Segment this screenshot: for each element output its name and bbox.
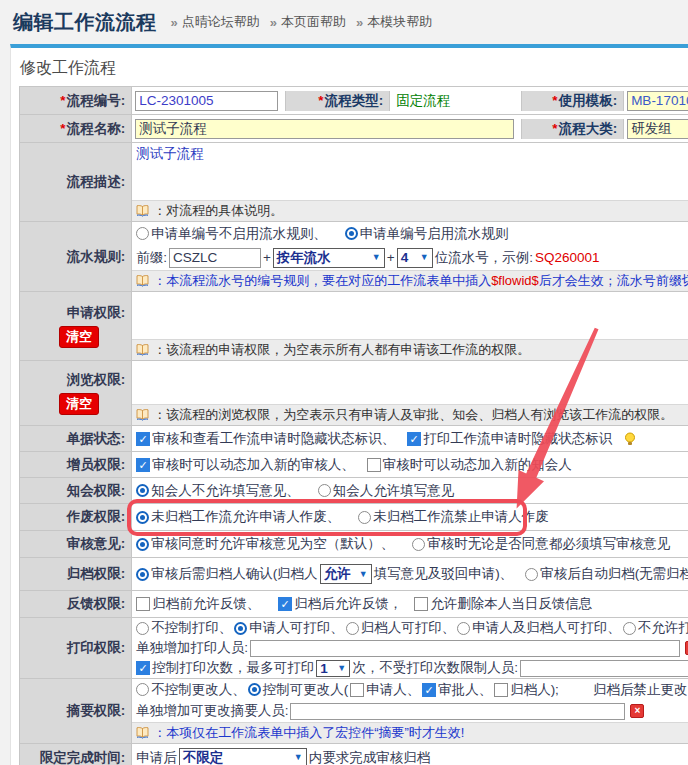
summary-lock-label: 归档后禁止更改 [593,681,688,699]
view-perm-area[interactable] [132,361,688,404]
digits-select[interactable]: 4 [397,248,433,268]
book-icon [136,727,149,739]
serial-off-radio[interactable] [136,227,149,240]
flow-no-input[interactable] [135,91,278,111]
row-notify-perm: 知会权限: 知会人不允许填写意见、 知会人允许填写意见 [20,478,688,504]
prefix-input[interactable] [169,248,261,268]
flow-category-input[interactable] [627,119,688,139]
row-feedback-perm: 反馈权限: 归档前允许反馈、 归档后允许反馈， 允许删除本人当日反馈信息 [20,591,688,618]
notify-perm-label: 知会权限: [67,483,126,498]
summary-archiver-checkbox[interactable] [494,683,508,697]
summary-controlled-radio[interactable] [248,683,261,696]
chevron-down-icon [337,664,346,673]
desc-hint: ：对流程的具体说明。 [132,200,688,221]
doc-status-label: 单据状态: [67,431,126,446]
notify-no-comment-radio[interactable] [136,484,149,497]
apply-perm-area[interactable] [132,292,688,339]
view-perm-label: 浏览权限: [67,371,126,389]
print-add-people-label: 单独增加打印人员: [136,639,248,657]
book-icon [136,344,149,356]
archive-allow-select[interactable]: 允许 [320,564,372,584]
print-count-checkbox[interactable] [136,661,150,675]
page: 编辑工作流流程 »点晴论坛帮助 »本页面帮助 »本模块帮助 修改工作流程 流程编… [0,0,688,765]
serial-on-radio[interactable] [345,227,358,240]
view-perm-clear-button[interactable]: 清空 [59,393,99,415]
desc-label: 流程描述: [67,174,126,189]
template-input[interactable] [627,91,688,111]
apply-perm-clear-button[interactable]: 清空 [59,326,99,348]
template-label: 使用模板: [552,92,617,110]
breadcrumb-page-help[interactable]: »本页面帮助 [270,13,346,31]
cancel-forbid-radio[interactable] [358,511,371,524]
page-title: 编辑工作流流程 [13,9,157,36]
summary-perm-label: 摘要权限: [67,703,126,718]
summary-approver-checkbox[interactable] [422,683,436,697]
summary-uncontrolled-radio[interactable] [136,683,149,696]
add-reviewer-checkbox[interactable] [136,458,150,472]
print-archiver-radio[interactable] [346,622,359,635]
row-flow-name: 流程名称: 流程大类: [20,115,688,143]
hide-status-print-checkbox[interactable] [407,432,421,446]
row-flow-no: 流程编号: 流程类型: 固定流程 使用模板: [20,87,688,115]
add-notifier-checkbox[interactable] [367,458,381,472]
apply-perm-hint: ：该流程的申请权限，为空表示所有人都有申请该工作流的权限。 [132,339,688,360]
summary-applicant-checkbox[interactable] [350,683,364,697]
review-must-fill-radio[interactable] [412,538,425,551]
row-deadline: 限定完成时间: 申请后 不限定 内要求完成审核归档 [20,744,688,765]
print-uncontrolled-radio[interactable] [136,622,149,635]
view-perm-hint: ：该流程的浏览权限，为空表示只有申请人及审批、知会、归档人有浏览该工作流的权限。 [132,404,688,425]
chevron-down-icon [359,570,368,579]
cancel-perm-label: 作废权限: [67,509,126,524]
desc-textarea[interactable]: 测试子流程 [132,143,688,200]
deadline-select[interactable]: 不限定 [179,748,307,765]
print-applicant-radio[interactable] [234,622,247,635]
feedback-after-archive-checkbox[interactable] [278,597,292,611]
row-cancel-perm: 作废权限: 未归档工作流允许申请人作废、 未归档工作流禁止申请人作废 [20,504,688,531]
print-applicant-archiver-radio[interactable] [457,622,470,635]
flow-type-label: 流程类型: [318,92,383,110]
remove-icon[interactable] [630,704,644,718]
breadcrumb-forum-help[interactable]: »点晴论坛帮助 [171,13,260,31]
chevron-right-icon: » [171,15,178,30]
deadline-label: 限定完成时间: [40,750,126,765]
feedback-perm-label: 反馈权限: [67,596,126,611]
feedback-delete-own-checkbox[interactable] [414,597,428,611]
edit-panel: 修改工作流程 流程编号: 流程类型: 固定流程 使用模板: 流程 [10,44,688,765]
breadcrumb: »点晴论坛帮助 »本页面帮助 »本模块帮助 [171,13,433,31]
hide-status-review-checkbox[interactable] [136,432,150,446]
summary-add-people-label: 单独增加可更改摘要人员: [136,702,288,720]
summary-hint: ：本项仅在工作流表单中插入了宏控件“摘要”时才生效! [132,722,688,743]
print-unlimited-people-input[interactable] [520,660,688,677]
archive-confirm-radio[interactable] [136,568,149,581]
flow-type-value: 固定流程 [396,92,450,110]
notify-allow-comment-radio[interactable] [318,484,331,497]
print-count-select[interactable]: 1 [316,660,350,677]
row-review-comment: 审核意见: 审核同意时允许审核意见为空（默认）、 审核时无论是否同意都必须填写审… [20,531,688,558]
add-member-label: 增员权限: [67,457,126,472]
chevron-down-icon [372,253,381,262]
workflow-form-table: 流程编号: 流程类型: 固定流程 使用模板: 流程名称: [19,86,688,765]
print-add-people-input[interactable] [250,640,680,657]
chevron-right-icon: » [270,15,277,30]
feedback-before-archive-checkbox[interactable] [136,597,150,611]
breadcrumb-module-help[interactable]: »本模块帮助 [356,13,432,31]
lightbulb-icon[interactable] [624,432,636,446]
apply-perm-label: 申请权限: [67,304,126,322]
summary-add-people-input[interactable] [290,703,625,720]
cancel-allow-radio[interactable] [136,511,149,524]
book-icon [136,409,149,421]
print-perm-label: 打印权限: [67,640,126,655]
chevron-down-icon [420,253,429,262]
row-serial-rule: 流水规则: 申请单编号不启用流水规则、 申请单编号启用流水规则 前缀: + 按年… [20,222,688,292]
row-apply-perm: 申请权限: 清空 ：该流程的申请权限，为空表示所有人都有申请该工作流的权限。 [20,292,688,361]
review-empty-ok-radio[interactable] [136,538,149,551]
period-select[interactable]: 按年流水 [273,248,385,268]
print-forbid-radio[interactable] [623,622,636,635]
book-icon [136,205,149,217]
archive-auto-radio[interactable] [525,568,538,581]
review-comment-label: 审核意见: [67,536,126,551]
chevron-down-icon [294,753,303,762]
row-archive-perm: 归档权限: 审核后需归档人确认(归档人 允许 填写意见及驳回申请)、 审核后自动… [20,558,688,591]
panel-title: 修改工作流程 [11,48,688,86]
flow-name-input[interactable] [135,119,514,139]
